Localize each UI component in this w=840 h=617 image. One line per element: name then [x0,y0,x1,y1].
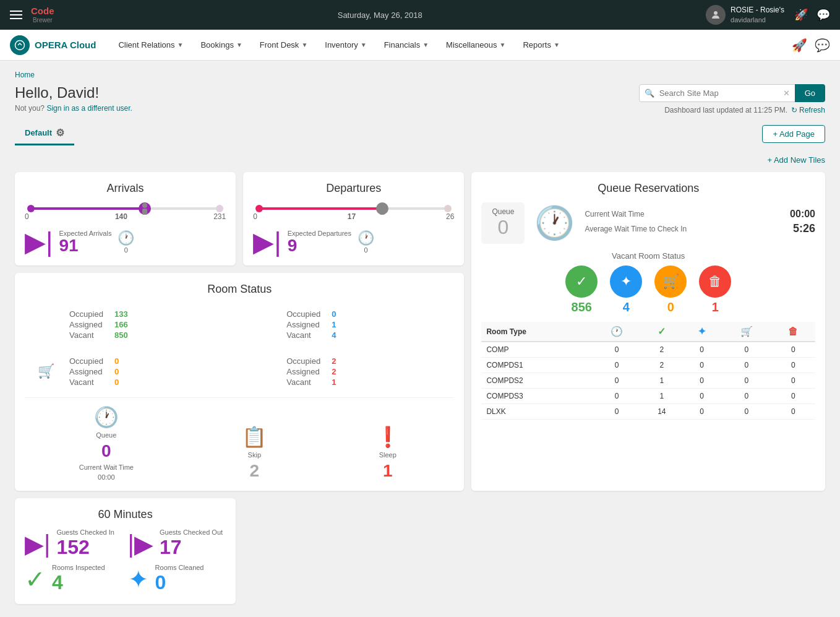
arrivals-thumb[interactable] [139,202,151,215]
sign-in-link[interactable]: Sign in as a different user. [46,104,132,113]
sixty-cleaned: ✦ Rooms Cleaned 0 [128,564,226,594]
search-input-wrap: 🔍 ✕ [639,84,795,102]
sixty-grid: ▶| Guests Checked In 152 |▶ Guests Check… [25,529,226,594]
departures-fill [258,207,382,210]
nav-logo-circle [10,35,30,55]
chevron-down-icon: ▼ [361,41,367,48]
rocket-icon[interactable]: 🚀 [794,8,808,22]
nav-front-desk[interactable]: Front Desk ▼ [252,37,315,53]
navbar: OPERA Cloud Client Relations ▼ Bookings … [0,30,840,61]
greeting-text: Hello, David! [15,84,132,101]
queue-col-blue: ✦ [682,322,721,342]
topbar-right: ROSIE - Rosie's davidarland 🚀 💬 [706,5,830,25]
queue-col-clock: 🕐 [592,322,641,342]
sixty-checked-in: ▶| Guests Checked In 152 [25,529,123,559]
nav-action-icon-1[interactable]: 🚀 [792,38,807,53]
user-name: ROSIE - Rosie's davidarland [731,6,784,24]
rs-blue-icon: ✦ [247,308,279,340]
departures-end-thumb [444,205,452,212]
user-info: ROSIE - Rosie's davidarland [706,5,784,25]
rs-red-vacant: Vacant 1 [286,378,336,387]
nav-financials[interactable]: Financials ▼ [377,37,436,53]
rs-red-assigned-val: 2 [332,367,336,376]
expected-arrivals-value: 91 [59,237,111,254]
svg-point-0 [714,11,718,15]
vacant-orange: 🛒 0 [654,265,687,314]
rs-red-occupied-val: 2 [332,356,336,366]
nav-inventory[interactable]: Inventory ▼ [317,37,374,53]
add-page-button[interactable]: + Add Page [762,125,825,143]
nav-action-icon-2[interactable]: 💬 [815,38,830,53]
rs-blue-assigned-val: 1 [332,320,336,329]
nav-client-relations[interactable]: Client Relations ▼ [111,37,191,53]
rs-red-icon: 🗑 [247,355,279,387]
go-button[interactable]: Go [795,84,825,102]
chevron-down-icon: ▼ [499,41,505,48]
queue-col-orange: 🛒 [722,322,771,342]
sixty-inspected: ✓ Rooms Inspected 4 [25,564,123,594]
hamburger-menu[interactable] [10,11,22,19]
arrivals-track [30,207,221,210]
queue-col-room-type: Room Type [481,322,592,342]
nav-miscellaneous[interactable]: Miscellaneous ▼ [439,37,513,53]
tab-default[interactable]: Default ⚙ [15,122,74,145]
vacant-green-icon: ✓ [565,265,598,298]
rs-green-assigned: Assigned 166 [69,320,128,329]
expected-departures-value: 9 [288,237,351,254]
checkout-arrow-icon: ▶| [253,228,281,256]
tab-settings-icon[interactable]: ⚙ [56,127,64,139]
departures-thumb[interactable] [376,202,388,215]
queue-title: Queue Reservations [481,182,815,195]
sixty-inspected-info: Rooms Inspected 4 [52,564,105,594]
vacant-blue-value: 4 [623,300,630,314]
rs-orange-icon: 🛒 [30,355,62,387]
room-bottom: 🕐 Queue 0 Current Wait Time 00:00 📋 Skip… [25,397,454,481]
svg-point-4 [380,203,385,208]
room-status-grid: ✓ Occupied 133 Assigned 166 Vacant 850 [25,303,454,392]
refresh-icon: ↻ [791,106,797,114]
queue-num-box: Queue 0 [481,202,525,244]
sixty-checkout-info: Guests Checked Out 17 [160,529,223,559]
room-status-card: Room Status ✓ Occupied 133 Assigned 166 [15,273,464,491]
nav-reports[interactable]: Reports ▼ [515,37,567,53]
rs-green-icon: ✓ [30,308,62,340]
add-tiles-button[interactable]: + Add New Tiles [767,155,825,165]
queue-times: Current Wait Time 00:00 Average Wait Tim… [585,209,815,238]
arrivals-bottom: ▶| Expected Arrivals 91 🕐 0 [25,228,226,256]
table-row: COMPDS201000 [481,373,815,389]
nav-logo[interactable]: OPERA Cloud [10,35,96,55]
vacant-orange-icon: 🛒 [654,265,687,298]
rs-green-occupied: Occupied 133 [69,309,128,319]
main-content: Home Hello, David! Not you? Sign in as a… [0,61,840,614]
rs-green-occupied-val: 133 [114,309,128,319]
arrivals-slider: 0 140 231 [25,207,226,221]
queue-value: 0 [491,216,515,239]
sixty-title: 60 Minutes [25,508,226,521]
sixty-cleaned-value: 0 [155,571,204,594]
clear-icon[interactable]: ✕ [783,88,790,98]
search-row: 🔍 ✕ Go [639,84,825,102]
refresh-button[interactable]: ↻ Refresh [791,106,825,114]
rs-green-vacant-val: 850 [114,330,128,340]
chat-icon[interactable]: 💬 [816,8,830,22]
departures-labels: 0 17 26 [253,212,454,221]
logo-text: Code [31,6,54,17]
rs-orange-stats: Occupied 0 Assigned 0 Vacant 0 [69,356,119,387]
chevron-down-icon: ▼ [301,41,307,48]
queue-col-green: ✓ [641,322,682,342]
vacant-red-value: 1 [712,300,719,314]
rs-blue-stats: Occupied 0 Assigned 1 Vacant 4 [286,309,336,340]
nav-brand: OPERA Cloud [35,40,96,50]
table-row: COMP02000 [481,342,815,358]
nav-bookings[interactable]: Bookings ▼ [193,37,249,53]
logo-sub: Brewer [33,17,53,24]
vacant-blue: ✦ 4 [610,265,642,314]
breadcrumb[interactable]: Home [15,71,825,79]
tabs-row: Default ⚙ + Add Page [15,122,825,145]
rb-queue: 🕐 Queue 0 Current Wait Time 00:00 [79,405,134,481]
rs-green-stats: Occupied 133 Assigned 166 Vacant 850 [69,309,128,340]
search-input[interactable] [657,85,781,101]
logo: Code Brewer [31,6,54,24]
queue-clock-icon: 🕐 [534,204,575,242]
arrivals-card: Arrivals 0 140 231 ▶| [15,172,236,265]
